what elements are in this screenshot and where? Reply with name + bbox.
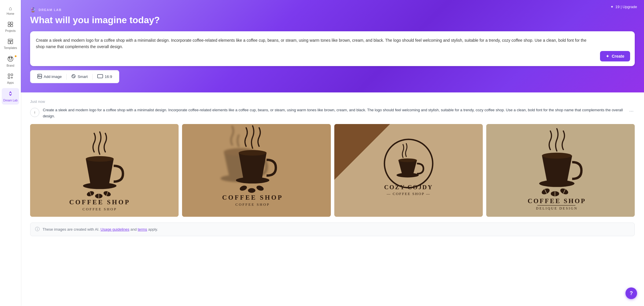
sidebar-item-brand[interactable]: Brand: [2, 53, 19, 70]
svg-point-10: [11, 57, 12, 59]
sidebar-item-home[interactable]: ⌂ Home: [2, 3, 19, 18]
svg-point-48: [396, 173, 419, 177]
svg-text:COFFEE SHOP: COFFEE SHOP: [236, 203, 270, 207]
svg-rect-20: [98, 74, 103, 78]
sidebar-item-brand-label: Brand: [7, 64, 14, 68]
prompt-text[interactable]: Create a sleek and modern logo for a cof…: [36, 37, 629, 50]
image-grid: COFFEE SHOP COFFEE SHOP: [30, 124, 635, 217]
add-image-icon: [37, 74, 42, 79]
more-options-button[interactable]: ···: [628, 107, 635, 115]
templates-icon: [8, 39, 13, 45]
svg-rect-0: [8, 22, 10, 24]
add-image-button[interactable]: Add image: [35, 73, 64, 81]
up-arrow-icon: ↑: [30, 108, 39, 117]
svg-point-16: [10, 93, 11, 94]
svg-rect-4: [8, 39, 13, 41]
smart-icon: [71, 74, 76, 79]
dream-lab-text: DREAM LAB: [39, 8, 62, 12]
ai-notice-text: These images are created with AI. Usage …: [43, 227, 158, 232]
svg-point-36: [239, 150, 267, 155]
sidebar-item-dream-lab-label: Dream Lab: [3, 99, 17, 102]
brand-icon: [7, 56, 14, 63]
stars-icon: ✦: [610, 5, 614, 9]
terms-link[interactable]: terms: [138, 227, 147, 232]
sidebar-item-projects[interactable]: Projects: [2, 19, 19, 35]
toolbar-separator-2: [92, 74, 93, 80]
sidebar-item-apps[interactable]: Apps: [2, 71, 19, 87]
generated-image-2[interactable]: COFFEE SHOP COFFEE SHOP: [182, 124, 331, 217]
svg-text:DELIQUE DESIGN: DELIQUE DESIGN: [536, 206, 578, 210]
generation-block: ↑ Create a sleek and modern logo for a c…: [30, 107, 635, 217]
ai-notice: ⓘ These images are created with AI. Usag…: [30, 223, 635, 236]
svg-rect-13: [8, 77, 10, 79]
svg-rect-12: [11, 74, 13, 76]
svg-point-19: [72, 74, 75, 78]
ratio-button[interactable]: 16:9: [95, 73, 114, 80]
svg-point-9: [9, 57, 10, 59]
sidebar-item-home-label: Home: [7, 12, 14, 16]
svg-rect-2: [8, 25, 10, 27]
sidebar-item-projects-label: Projects: [5, 29, 16, 33]
svg-point-47: [398, 158, 417, 162]
projects-icon: [8, 21, 13, 28]
generated-image-1[interactable]: COFFEE SHOP COFFEE SHOP: [30, 124, 179, 217]
svg-text:COFFEE SHOP: COFFEE SHOP: [528, 197, 586, 204]
help-label: ?: [630, 290, 633, 296]
generated-image-3[interactable]: COZY COJDY — COFFEE SHOP —: [334, 124, 483, 217]
svg-point-23: [83, 183, 116, 189]
home-icon: ⌂: [9, 6, 12, 11]
dream-lab-icon: [7, 90, 14, 98]
sidebar-item-apps-label: Apps: [7, 81, 14, 85]
create-label: Create: [612, 54, 624, 59]
svg-point-37: [236, 177, 269, 183]
timestamp-label: Just now: [30, 99, 635, 104]
sidebar: ⌂ Home Projects Templates: [0, 0, 21, 306]
toolbar-separator-1: [66, 74, 67, 80]
help-button[interactable]: ?: [625, 287, 637, 299]
usage-guidelines-link[interactable]: Usage guidelines: [100, 227, 129, 232]
add-image-label: Add image: [44, 74, 62, 79]
brand-badge: [14, 55, 17, 57]
svg-point-7: [8, 56, 13, 61]
svg-rect-5: [8, 41, 10, 44]
svg-text:— COFFEE SHOP —: — COFFEE SHOP —: [386, 192, 430, 196]
toolbar-row: Add image Smart: [30, 70, 119, 83]
smart-label: Smart: [78, 74, 88, 79]
upgrade-badge[interactable]: ✦ 19 | Upgrade: [610, 5, 637, 9]
svg-point-52: [542, 152, 572, 159]
svg-point-22: [86, 156, 113, 161]
svg-rect-1: [11, 22, 13, 24]
generation-header: ↑ Create a sleek and modern logo for a c…: [30, 107, 635, 119]
main-title: What will you imagine today?: [30, 15, 635, 26]
apps-icon: [8, 73, 13, 80]
dream-lab-label: 🔮 DREAM LAB: [30, 7, 635, 12]
prompt-box: Create a sleek and modern logo for a cof…: [30, 31, 635, 66]
svg-rect-3: [11, 25, 13, 27]
sidebar-item-dream-lab[interactable]: Dream Lab: [2, 88, 19, 105]
svg-point-39: [248, 188, 256, 193]
create-button[interactable]: ✦ Create: [600, 51, 630, 61]
svg-rect-11: [8, 74, 10, 76]
info-icon: ⓘ: [35, 226, 40, 232]
ratio-label: 16:9: [105, 74, 112, 79]
generated-image-4[interactable]: COFFEE SHOP DELIQUE DESIGN: [486, 124, 635, 217]
main-content: ✦ 19 | Upgrade 🔮 DREAM LAB What will you…: [21, 0, 644, 306]
svg-text:COFFEE SHOP: COFFEE SHOP: [222, 194, 283, 201]
sparkle-icon: 🔮: [30, 7, 36, 12]
svg-text:COZY COJDY: COZY COJDY: [384, 183, 433, 190]
upgrade-label: 19 | Upgrade: [615, 5, 637, 9]
svg-point-53: [539, 180, 575, 187]
svg-text:COFFEE SHOP: COFFEE SHOP: [69, 198, 130, 206]
svg-text:COFFEE SHOP: COFFEE SHOP: [82, 207, 117, 211]
sidebar-item-templates-label: Templates: [4, 46, 17, 50]
generation-prompt-text: Create a sleek and modern logo for a cof…: [43, 107, 625, 119]
sidebar-item-templates[interactable]: Templates: [2, 36, 19, 52]
create-icon: ✦: [606, 54, 609, 59]
header-area: ✦ 19 | Upgrade 🔮 DREAM LAB What will you…: [21, 0, 644, 92]
smart-button[interactable]: Smart: [69, 73, 90, 81]
scroll-area: Just now ↑ Create a sleek and modern log…: [21, 92, 644, 306]
svg-rect-6: [11, 41, 13, 44]
ratio-icon: [97, 74, 103, 79]
